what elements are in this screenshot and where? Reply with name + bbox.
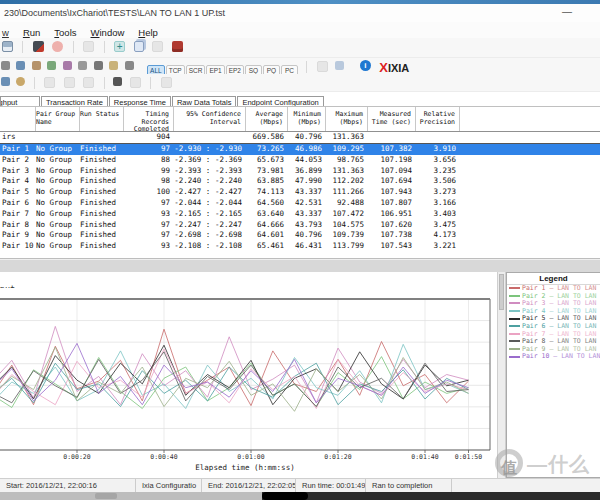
cell-group: No Group	[36, 144, 80, 155]
cell-avg: 65.673	[246, 155, 288, 166]
minimize-button[interactable]: —	[562, 6, 572, 17]
tile-windows-icon[interactable]	[113, 77, 122, 86]
summary-cell: 904	[124, 132, 174, 143]
disabled-tool-icon	[152, 41, 163, 52]
cell-min: 44.053	[288, 155, 326, 166]
bottom-strip-handle	[262, 492, 308, 500]
tab-bar: ThroughputTransaction RateResponse TimeR…	[0, 92, 600, 107]
table-row[interactable]: Pair 7No GroupFinished93-2.165 : -2.1656…	[0, 209, 600, 220]
cell-timing: 97	[124, 144, 174, 155]
columns-icon[interactable]	[63, 61, 72, 70]
cell-prec: 3.910	[416, 144, 460, 155]
grid-header-minimum[interactable]: Minimum (Mbps)	[288, 107, 326, 131]
ixia-logo-text: IXIA	[388, 62, 409, 74]
globe-icon[interactable]	[16, 77, 25, 86]
status-segment-1: Ixia Configuratio	[136, 479, 202, 492]
table-row[interactable]: Pair 1No GroupFinished97-2.930 : -2.9307…	[0, 144, 600, 155]
cell-time: 107.198	[368, 155, 416, 166]
pair-icon[interactable]	[16, 61, 25, 70]
legend-item-pair-1[interactable]: Pair 1 — LAN TO LAN 1 UP	[507, 285, 600, 293]
cell-pair: Pair 2	[2, 155, 36, 166]
grid-header-average[interactable]: Average (Mbps)	[246, 107, 288, 131]
legend-swatch	[509, 302, 520, 304]
table-row[interactable]: Pair 8No GroupFinished97-2.247 : -2.2476…	[0, 220, 600, 231]
grid-summary-row[interactable]: All Pairs904669.58640.796131.363	[0, 132, 600, 144]
save-icon[interactable]	[2, 41, 13, 52]
menu-item-w[interactable]: w	[2, 27, 9, 38]
cell-conf: -2.393 : -2.393	[174, 166, 246, 177]
stop-test-icon	[52, 41, 63, 52]
legend-item-pair-6[interactable]: Pair 6 — LAN TO LAN 1 UP	[507, 323, 600, 331]
cell-timing: 97	[124, 220, 174, 231]
grid-header-measured[interactable]: Measured Time (sec)	[368, 107, 416, 131]
chart-icon[interactable]	[47, 61, 56, 70]
cell-status: Finished	[80, 230, 124, 241]
multicast-icon[interactable]	[32, 61, 41, 70]
cell-pair: Pair 9	[2, 230, 36, 241]
cell-max: 111.266	[326, 187, 368, 198]
add-pair-icon[interactable]: +	[114, 41, 125, 52]
chart-title: Throughput	[0, 284, 15, 288]
help-book-icon[interactable]	[172, 41, 183, 52]
grid-header-run-status[interactable]: Run Status	[80, 107, 124, 131]
table-row[interactable]: Pair 6No GroupFinished97-2.044 : -2.0446…	[0, 198, 600, 209]
toolbar-layout	[0, 74, 600, 92]
cell-conf: -2.044 : -2.044	[174, 198, 246, 209]
cell-status: Finished	[80, 144, 124, 155]
table-row[interactable]: Pair 9No GroupFinished97-2.698 : -2.6986…	[0, 230, 600, 241]
legend-item-pair-10[interactable]: Pair 10 — LAN TO LAN 1 UP	[507, 353, 600, 361]
arrange-icon-disabled	[83, 77, 94, 88]
grid-header-pair-group[interactable]: Pair Group Name	[36, 107, 80, 131]
chart-line-pair-3	[0, 326, 469, 404]
cell-min: 43.337	[288, 187, 326, 198]
arrange-icon-disabled	[64, 77, 75, 88]
edit-icon[interactable]	[1, 77, 10, 86]
grid-header-timing-records[interactable]: Timing Records Completed	[124, 107, 174, 131]
cell-min: 46.986	[288, 144, 326, 155]
toolbar-separator	[104, 77, 105, 89]
legend-item-pair-2[interactable]: Pair 2 — LAN TO LAN 1 UP	[507, 293, 600, 301]
menu-item-window[interactable]: Window	[91, 27, 125, 38]
table-row[interactable]: Pair 10No GroupFinished93-2.108 : -2.108…	[0, 241, 600, 252]
legend-item-pair-3[interactable]: Pair 3 — LAN TO LAN 1 UP	[507, 300, 600, 308]
x-tick-0:01:40: 0:01:40	[411, 453, 438, 461]
menu-item-help[interactable]: Help	[138, 27, 158, 38]
list-icon[interactable]	[1, 61, 10, 70]
run-test-icon[interactable]	[33, 41, 44, 52]
menu-item-run[interactable]: Run	[23, 27, 40, 38]
group-icon[interactable]	[94, 61, 103, 70]
menu-item-tools[interactable]: Tools	[54, 27, 76, 38]
grid-header-95-confidence[interactable]: 95% Confidence Interval	[174, 107, 246, 131]
legend-item-pair-4[interactable]: Pair 4 — LAN TO LAN 1 UP	[507, 308, 600, 316]
cell-timing: 98	[124, 176, 174, 187]
window-cascade-icon[interactable]	[335, 61, 344, 70]
scan-icon[interactable]	[109, 61, 118, 70]
legend-item-pair-5[interactable]: Pair 5 — LAN TO LAN 1 UP	[507, 315, 600, 323]
table-row[interactable]: Pair 5No GroupFinished100-2.427 : -2.427…	[0, 187, 600, 198]
console-icon[interactable]	[125, 61, 134, 70]
sort-icon[interactable]	[78, 61, 87, 70]
legend-item-pair-7[interactable]: Pair 7 — LAN TO LAN 1 UP	[507, 331, 600, 339]
grid-header-maximum[interactable]: Maximum (Mbps)	[326, 107, 368, 131]
cell-time: 107.620	[368, 220, 416, 231]
cell-timing: 88	[124, 155, 174, 166]
cell-timing: 97	[124, 198, 174, 209]
grid-header-relative[interactable]: Relative Precision	[416, 107, 460, 131]
arrange-icon-disabled	[44, 77, 55, 88]
info-icon[interactable]: i	[360, 60, 371, 71]
table-row[interactable]: Pair 4No GroupFinished98-2.240 : -2.2406…	[0, 176, 600, 187]
cell-time: 107.094	[368, 166, 416, 177]
legend-swatch	[509, 356, 520, 358]
legend-item-pair-8[interactable]: Pair 8 — LAN TO LAN 1 UP	[507, 338, 600, 346]
cell-min: 47.990	[288, 176, 326, 187]
table-row[interactable]: Pair 3No GroupFinished99-2.393 : -2.3937…	[0, 166, 600, 177]
summary-cell: 669.586	[246, 132, 288, 143]
chart-vertical-scrollbar[interactable]	[497, 272, 506, 478]
cell-pair: Pair 7	[2, 209, 36, 220]
legend-item-pair-9[interactable]: Pair 9 — LAN TO LAN 1 UP	[507, 346, 600, 354]
menubar: wRunToolsWindowHelp	[0, 22, 600, 38]
scrollbar-thumb[interactable]	[499, 274, 504, 310]
copy-icon[interactable]	[134, 41, 144, 52]
cell-min: 43.337	[288, 209, 326, 220]
table-row[interactable]: Pair 2No GroupFinished88-2.369 : -2.3696…	[0, 155, 600, 166]
